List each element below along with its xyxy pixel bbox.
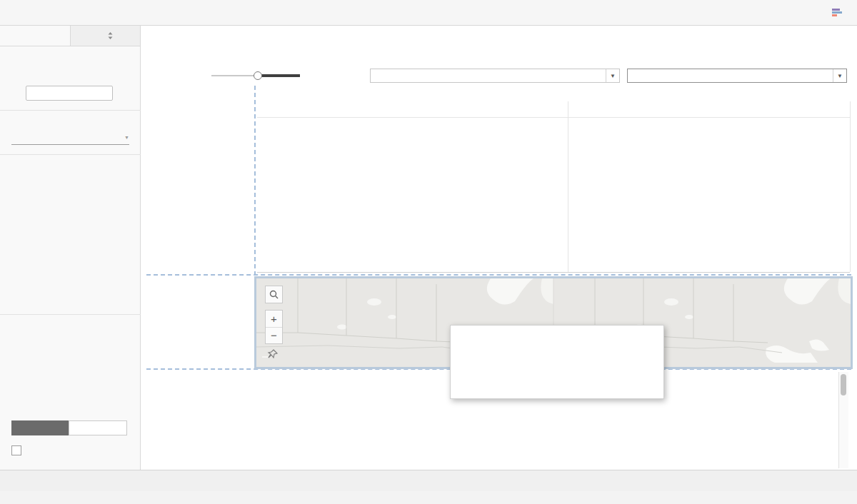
header-divider bbox=[257, 117, 850, 118]
sidebar-tabs bbox=[0, 26, 140, 46]
show-dashboard-title-row bbox=[11, 445, 28, 455]
sheet-tab-bar bbox=[0, 470, 857, 491]
tiled-toggle[interactable] bbox=[11, 420, 69, 435]
vertical-scrollbar[interactable] bbox=[838, 372, 848, 468]
sidebar-divider bbox=[0, 110, 141, 111]
chevron-down-icon[interactable]: ▼ bbox=[606, 69, 619, 82]
tab-spinner-icon bbox=[108, 32, 113, 39]
map-tooltip bbox=[450, 325, 664, 399]
main-toolbar bbox=[0, 0, 857, 26]
tab-layout[interactable] bbox=[70, 26, 141, 46]
date-slider-range[interactable] bbox=[259, 74, 300, 77]
chevron-down-icon[interactable]: ▼ bbox=[833, 69, 846, 82]
zone-selection-guide-vertical bbox=[254, 86, 256, 276]
dashboard-sidebar: ▼ bbox=[0, 26, 141, 470]
show-me-icon bbox=[831, 8, 843, 18]
show-me-button[interactable] bbox=[831, 0, 847, 25]
country-dropdown[interactable]: ▼ bbox=[627, 69, 847, 83]
map-attribution bbox=[262, 356, 268, 358]
zoom-out-button[interactable]: − bbox=[266, 327, 282, 344]
date-slider-handle[interactable] bbox=[254, 71, 262, 80]
date-slider-track[interactable] bbox=[211, 75, 259, 76]
metric-dropdown[interactable]: ▼ bbox=[370, 69, 620, 83]
chart-baseline bbox=[257, 272, 850, 273]
show-dashboard-title-checkbox[interactable] bbox=[11, 445, 21, 455]
tab-dashboard[interactable] bbox=[0, 26, 70, 46]
zone-selection-guide-top bbox=[146, 274, 851, 276]
floating-toggle[interactable] bbox=[69, 420, 127, 435]
map-search-button[interactable] bbox=[265, 286, 283, 303]
chevron-down-icon: ▼ bbox=[124, 135, 129, 140]
scrollbar-thumb[interactable] bbox=[841, 374, 846, 395]
device-preview-button[interactable] bbox=[26, 86, 113, 101]
sidebar-divider bbox=[0, 154, 141, 155]
cases-by-day-chart bbox=[257, 119, 850, 272]
sidebar-divider bbox=[0, 314, 141, 315]
search-icon bbox=[269, 290, 279, 299]
map-zoom-control: + − bbox=[265, 310, 283, 344]
zoom-in-button[interactable]: + bbox=[271, 311, 277, 327]
pin-icon bbox=[267, 348, 279, 360]
map-pin-button[interactable] bbox=[267, 348, 279, 360]
size-dropdown[interactable]: ▼ bbox=[11, 130, 129, 145]
pane-right-border bbox=[850, 101, 851, 272]
tableau-desktop-window: ▼ ▼ ▼ bbox=[0, 0, 857, 504]
status-bar bbox=[0, 491, 857, 504]
